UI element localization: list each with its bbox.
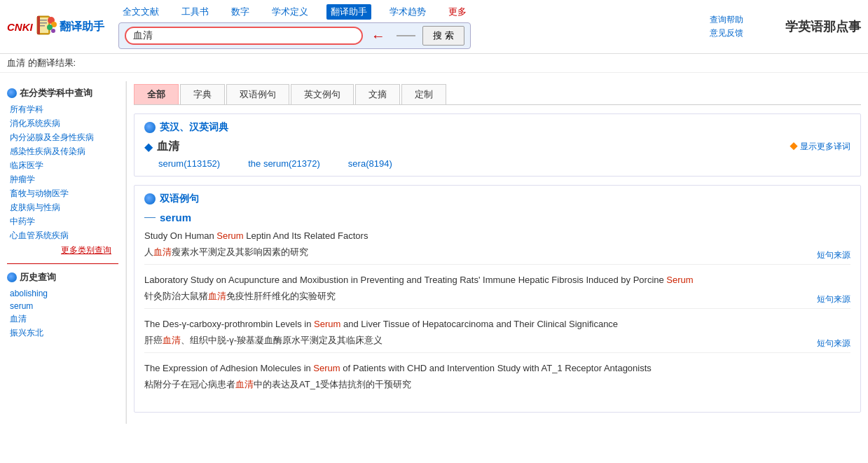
nav-tab-gongjushu[interactable]: 工具书 <box>177 4 213 20</box>
search-button[interactable]: 搜 索 <box>422 26 464 46</box>
example-highlight-en-1: Serum <box>666 275 693 285</box>
nav-tab-shuzi[interactable]: 数字 <box>227 4 254 20</box>
dictionary-section: 英汉、汉英词典 ◆ 血清 显示更多译词 serum(113152) the se… <box>134 113 861 177</box>
dict-word: 血清 <box>157 139 179 154</box>
classify-link-2[interactable]: 内分泌腺及全身性疾病 <box>10 132 94 142</box>
list-item: 感染性疾病及传染病 <box>10 146 118 158</box>
example-highlight-zh-2: 血清 <box>163 335 181 345</box>
classify-link-3[interactable]: 感染性疾病及传染病 <box>10 146 85 156</box>
feedback-link[interactable]: 意见反馈 <box>710 27 743 39</box>
dictionary-section-icon <box>144 122 156 133</box>
example-zh-after-2: 、组织中脱-γ-羧基凝血酶原水平测定及其临床意义 <box>181 335 383 345</box>
help-link[interactable]: 查询帮助 <box>710 14 743 26</box>
dictionary-section-title: 英汉、汉英词典 <box>160 121 228 134</box>
dict-translations: serum(113152) the serum(21372) sera(8194… <box>144 158 850 169</box>
classify-title-label: 在分类学科中查询 <box>20 87 92 99</box>
logo-cnki: CNKI <box>7 21 33 33</box>
list-item: 消化系统疾病 <box>10 118 118 130</box>
tab-custom[interactable]: 定制 <box>401 84 446 104</box>
example-source-0[interactable]: 短句来源 <box>817 249 850 261</box>
example-zh-after-0: 瘦素水平测定及其影响因素的研究 <box>172 247 308 257</box>
tab-english[interactable]: 英文例句 <box>291 84 354 104</box>
dictionary-header: 英汉、汉英词典 <box>144 121 850 134</box>
classify-circle-icon <box>7 88 17 98</box>
classify-link-8[interactable]: 中药学 <box>10 216 35 226</box>
svg-point-8 <box>47 25 53 30</box>
example-main-word: serum <box>160 212 191 223</box>
dict-trans-2[interactable]: sera(8194) <box>348 158 392 169</box>
svg-rect-5 <box>40 25 45 27</box>
logo-area: CNKI 翻译助手 <box>7 13 104 40</box>
example-en-0: Study On Human Serum Leptin And Its Rela… <box>144 229 850 243</box>
nav-tab-fanyizhu[interactable]: 翻译助手 <box>326 4 371 20</box>
classify-link-1[interactable]: 消化系统疾病 <box>10 118 60 128</box>
nav-tab-xueshudingyi[interactable]: 学术定义 <box>268 4 312 20</box>
example-en-before-1: Laboratory Study on Acupuncture and Moxi… <box>144 275 666 285</box>
dict-trans-1[interactable]: the serum(21372) <box>248 158 320 169</box>
list-item: 心血管系统疾病 <box>10 230 118 242</box>
nav-tab-xueshuqushi[interactable]: 学术趋势 <box>385 4 430 20</box>
classify-link-7[interactable]: 皮肤病与性病 <box>10 202 60 212</box>
list-item: serum <box>10 300 118 311</box>
slogan: 学英语那点事 <box>785 18 861 35</box>
header-links: 查询帮助 意见反馈 <box>710 14 743 39</box>
example-zh-2: 肝癌血清、组织中脱-γ-羧基凝血酶原水平测定及其临床意义 <box>144 333 850 347</box>
classify-title: 在分类学科中查询 <box>7 87 118 99</box>
nav-tab-more[interactable]: 更多 <box>444 4 471 20</box>
example-en-after-0: Leptin And Its Related Factors <box>244 230 368 241</box>
header-nav: 全文文献 工具书 数字 学术定义 翻译助手 学术趋势 更多 血清 ← 搜 索 <box>118 4 471 49</box>
history-link-3[interactable]: 振兴东北 <box>10 328 43 338</box>
bilingual-header: 双语例句 <box>144 193 850 205</box>
tab-all[interactable]: 全部 <box>134 84 179 104</box>
tab-bar: 全部 字典 双语例句 英文例句 文摘 定制 <box>134 84 861 105</box>
dict-trans-count-1: 21372 <box>291 158 317 169</box>
table-row: The Expression of Adhesion Molecules in … <box>144 361 850 396</box>
nav-tab-quanwen[interactable]: 全文文献 <box>118 4 163 20</box>
more-translations-link[interactable]: 显示更多译词 <box>790 141 850 153</box>
dict-trans-text-1: the serum <box>248 158 289 169</box>
classify-link-9[interactable]: 心血管系统疾病 <box>10 230 69 240</box>
example-zh-0: 人血清瘦素水平测定及其影响因素的研究 <box>144 245 850 259</box>
dict-trans-count-2: 8194 <box>369 158 390 169</box>
example-source-1[interactable]: 短句来源 <box>817 293 850 305</box>
example-en-after-2: and Liver Tissue of Hepatocarcinoma and … <box>340 319 618 329</box>
search-area: 血清 ← 搜 索 <box>118 22 471 49</box>
dict-trans-0[interactable]: serum(113152) <box>158 158 220 169</box>
classify-links: 所有学科 消化系统疾病 内分泌腺及全身性疾病 感染性疾病及传染病 临床医学 肿瘤… <box>7 104 118 242</box>
example-en-before-0: Study On Human <box>144 230 216 241</box>
history-title: 历史查询 <box>7 271 118 284</box>
classify-link-all[interactable]: 所有学科 <box>10 104 43 114</box>
more-classify-link[interactable]: 更多类别查询 <box>7 244 111 256</box>
list-item: 振兴东北 <box>10 327 118 339</box>
history-link-1[interactable]: serum <box>10 301 33 311</box>
example-zh-before-2: 肝癌 <box>144 335 163 345</box>
history-link-0[interactable]: abolishing <box>10 289 48 298</box>
classify-link-6[interactable]: 畜牧与动物医学 <box>10 188 69 198</box>
tab-bilingual[interactable]: 双语例句 <box>226 84 289 104</box>
classify-link-4[interactable]: 临床医学 <box>10 160 43 170</box>
example-source-2[interactable]: 短句来源 <box>817 338 850 350</box>
dict-trans-text-0: serum <box>158 158 184 169</box>
history-circle-icon <box>7 272 17 282</box>
tab-abstract[interactable]: 文摘 <box>355 84 400 104</box>
example-en-1: Laboratory Study on Acupuncture and Moxi… <box>144 273 850 287</box>
classify-link-5[interactable]: 肿瘤学 <box>10 174 35 184</box>
list-item: 内分泌腺及全身性疾病 <box>10 132 118 144</box>
search-input[interactable]: 血清 <box>125 27 363 45</box>
example-dash-icon: — <box>144 211 156 223</box>
list-item: 临床医学 <box>10 160 118 172</box>
list-item: 血清 <box>10 313 118 325</box>
list-item: 所有学科 <box>10 104 118 116</box>
svg-rect-4 <box>40 22 47 24</box>
history-link-2[interactable]: 血清 <box>10 314 27 324</box>
list-item: 肿瘤学 <box>10 174 118 186</box>
header: CNKI 翻译助手 全文文献 工具书 数字 学术定义 翻译助手 学术趋势 更多 <box>0 0 868 54</box>
tab-dictionary[interactable]: 字典 <box>180 84 225 104</box>
example-zh-3: 粘附分子在冠心病患者血清中的表达及AT_1受体拮抗剂的干预研究 <box>144 378 850 392</box>
content-area: 全部 字典 双语例句 英文例句 文摘 定制 英汉、汉英词典 ◆ 血清 显示更多译… <box>127 81 868 424</box>
table-row: Study On Human Serum Leptin And Its Rela… <box>144 229 850 265</box>
bilingual-section-title: 双语例句 <box>160 193 199 205</box>
example-en-2: The Des-γ-carboxy-prothrombin Levels in … <box>144 317 850 331</box>
dict-entry: ◆ 血清 显示更多译词 <box>144 139 850 154</box>
example-word-header: — serum <box>144 211 850 223</box>
